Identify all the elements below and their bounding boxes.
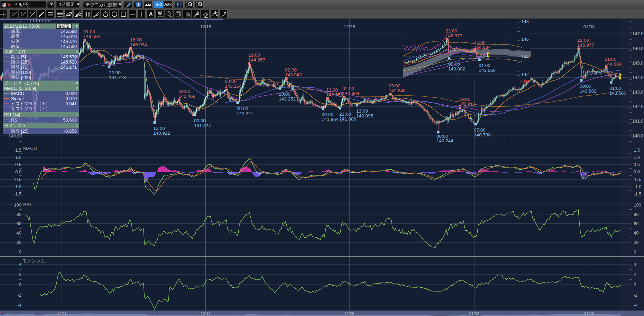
svg-text:142.095: 142.095 xyxy=(356,113,373,118)
svg-text:01:00: 01:00 xyxy=(479,63,490,68)
svg-text:142.468: 142.468 xyxy=(178,94,195,99)
svg-text:147.00: 147.00 xyxy=(632,31,644,36)
svg-text:142: 142 xyxy=(521,72,529,77)
svg-text:144.684: 144.684 xyxy=(605,61,622,67)
svg-text:100: 100 xyxy=(634,202,641,208)
svg-text:0: 0 xyxy=(634,282,636,287)
svg-text:4: 4 xyxy=(634,262,636,267)
svg-text:53.608: 53.608 xyxy=(63,117,77,123)
svg-text:142.848: 142.848 xyxy=(389,88,406,93)
svg-text:02:00: 02:00 xyxy=(285,67,297,73)
svg-text:-2: -2 xyxy=(634,293,638,298)
svg-text:145.977: 145.977 xyxy=(445,33,462,38)
svg-text:145.977: 145.977 xyxy=(577,42,594,48)
svg-text:16:00: 16:00 xyxy=(130,37,142,42)
svg-text:0.0: 0.0 xyxy=(15,169,21,174)
svg-text:1.5: 1.5 xyxy=(15,147,21,153)
svg-text:145.598: 145.598 xyxy=(61,29,77,34)
svg-text:00:00: 00:00 xyxy=(580,84,591,89)
svg-text:-0.5: -0.5 xyxy=(14,177,21,182)
svg-text:1.0: 1.0 xyxy=(15,155,21,160)
svg-text:×: × xyxy=(76,49,78,54)
svg-text:143.660: 143.660 xyxy=(479,68,496,73)
svg-text:142.556: 142.556 xyxy=(326,92,343,97)
svg-text:[200]: [200] xyxy=(20,75,31,80)
svg-text:12/11: 12/11 xyxy=(57,312,67,316)
svg-text:01/08: 01/08 xyxy=(584,312,594,316)
svg-text:40: 40 xyxy=(634,230,638,236)
svg-text:-1.5: -1.5 xyxy=(14,191,21,197)
svg-text:0: 0 xyxy=(19,249,21,255)
svg-text:0.041: 0.041 xyxy=(65,101,77,106)
svg-text:-4: -4 xyxy=(634,303,638,308)
svg-text:144.00: 144.00 xyxy=(632,75,644,80)
svg-text:20:00: 20:00 xyxy=(279,92,291,97)
svg-text:22:00: 22:00 xyxy=(445,28,457,33)
svg-text:-1.0: -1.0 xyxy=(634,184,641,189)
svg-text:×: × xyxy=(76,123,78,128)
svg-text:A: A xyxy=(149,11,153,17)
svg-text:21:00: 21:00 xyxy=(474,40,486,45)
svg-text:145.570: 145.570 xyxy=(61,54,77,59)
svg-text:00:00: 00:00 xyxy=(448,61,460,67)
svg-text:12/25: 12/25 xyxy=(344,24,355,29)
svg-text:[10]: [10] xyxy=(30,81,39,86)
svg-text:0: 0 xyxy=(634,249,636,255)
svg-text:100: 100 xyxy=(14,202,21,208)
svg-text:141.864: 141.864 xyxy=(322,117,339,122)
svg-text:[14]: [14] xyxy=(11,112,20,117)
svg-text:144.684: 144.684 xyxy=(474,45,491,50)
svg-text:19:00: 19:00 xyxy=(459,97,470,102)
svg-text:140.00: 140.00 xyxy=(8,133,22,138)
svg-text:143.802: 143.802 xyxy=(580,88,597,94)
svg-text:[75]: [75] xyxy=(20,65,28,70)
svg-text:-0.5: -0.5 xyxy=(634,177,641,182)
svg-text:142.00: 142.00 xyxy=(632,104,644,109)
svg-text:20: 20 xyxy=(17,240,21,245)
svg-text:19:00: 19:00 xyxy=(248,52,260,58)
svg-text:2023/12/13 05:00: 2023/12/13 05:00 xyxy=(4,23,40,29)
svg-text:0: 0 xyxy=(19,282,21,287)
svg-text:23:00: 23:00 xyxy=(339,112,351,117)
svg-text:×: × xyxy=(76,24,78,29)
svg-text:1.0: 1.0 xyxy=(634,155,640,160)
svg-text:[100]: [100] xyxy=(20,70,31,75)
svg-text:09:00: 09:00 xyxy=(322,112,333,117)
svg-text:×: × xyxy=(76,112,78,117)
svg-text:141.914: 141.914 xyxy=(459,102,476,107)
svg-text:13:00: 13:00 xyxy=(326,87,338,93)
svg-text:01/02: 01/02 xyxy=(469,312,479,316)
svg-text:80: 80 xyxy=(634,212,638,217)
svg-text:2: 2 xyxy=(20,11,22,14)
svg-text:×: × xyxy=(76,81,78,86)
svg-text:145.475: 145.475 xyxy=(61,39,77,44)
svg-text:143.942: 143.942 xyxy=(285,72,302,77)
svg-text:22:00: 22:00 xyxy=(577,38,589,43)
svg-text:146.582: 146.582 xyxy=(83,34,100,39)
svg-text:141.886: 141.886 xyxy=(339,116,356,122)
svg-text:143.660: 143.660 xyxy=(609,90,626,96)
svg-text:0.5: 0.5 xyxy=(634,162,640,167)
svg-text:00:00: 00:00 xyxy=(194,118,206,123)
svg-text:MACD: MACD xyxy=(23,146,37,151)
svg-text:140.788: 140.788 xyxy=(474,132,491,137)
svg-text:22:00: 22:00 xyxy=(109,70,121,75)
svg-text:20: 20 xyxy=(634,240,638,245)
svg-text:148: 148 xyxy=(521,19,529,24)
svg-text:09:00: 09:00 xyxy=(178,89,190,94)
svg-text:09:00: 09:00 xyxy=(389,83,401,88)
svg-text:142.247: 142.247 xyxy=(237,111,254,116)
svg-text:Signal: Signal xyxy=(11,96,24,101)
svg-text:1: 1 xyxy=(11,11,13,14)
svg-text:12/18: 12/18 xyxy=(200,24,211,29)
svg-text:143.802: 143.802 xyxy=(448,66,465,71)
svg-text:[25]: [25] xyxy=(20,128,28,134)
svg-text:MACD [5, 20, 9]: MACD [5, 20, 9] xyxy=(4,86,36,91)
svg-text:60: 60 xyxy=(634,221,638,226)
svg-text:146: 146 xyxy=(521,37,529,42)
svg-text:RSI: RSI xyxy=(11,117,19,123)
svg-text:02:00: 02:00 xyxy=(342,86,354,91)
svg-text:-0.029: -0.029 xyxy=(64,91,77,96)
svg-text:143.154: 143.154 xyxy=(225,84,242,89)
svg-text:80: 80 xyxy=(17,212,21,217)
